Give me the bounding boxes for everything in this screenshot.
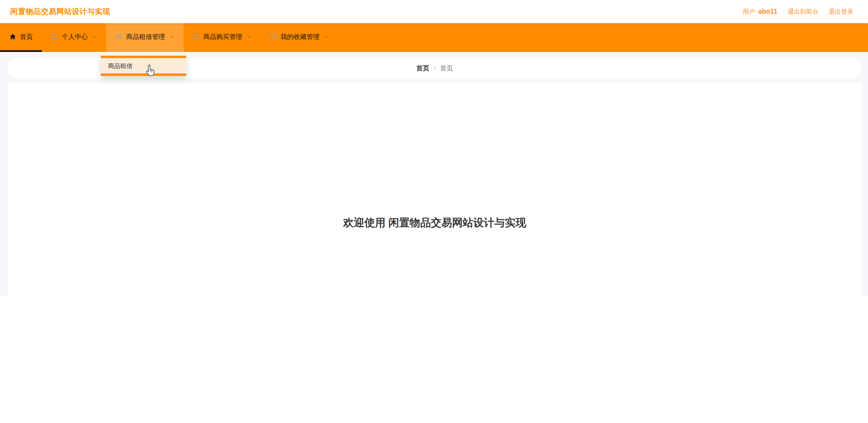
main-content: 欢迎使用 闲置物品交易网站设计与实现 xyxy=(8,83,862,296)
nav-item-home[interactable]: 首页 xyxy=(0,23,42,52)
rental-management-dropdown: 商品租借 xyxy=(101,56,186,76)
breadcrumb-current: 首页 xyxy=(440,64,453,73)
nav-item-label: 商品购买管理 xyxy=(203,32,242,41)
nav-item-label: 个人中心 xyxy=(62,32,88,41)
nav-item-label: 我的收藏管理 xyxy=(281,32,320,41)
nav-item-rental-management[interactable]: 商品租借管理 xyxy=(106,23,184,52)
chevron-down-icon xyxy=(324,34,329,39)
welcome-message: 欢迎使用 闲置物品交易网站设计与实现 xyxy=(8,216,862,230)
breadcrumb-separator: / xyxy=(434,65,435,72)
nav-item-favorites-management[interactable]: 我的收藏管理 xyxy=(261,23,338,52)
chevron-down-icon xyxy=(92,34,97,39)
dropdown-item-rental[interactable]: 商品租借 xyxy=(101,58,186,73)
home-icon xyxy=(9,33,16,40)
page-title: 闲置物品交易网站设计与实现 xyxy=(10,6,110,17)
user-greeting: 用户 abo11 xyxy=(743,8,777,16)
collection-icon xyxy=(270,33,277,40)
nav-item-purchase-management[interactable]: 商品购买管理 xyxy=(184,23,261,52)
nav-item-label: 首页 xyxy=(20,32,33,41)
user-label: 用户 xyxy=(743,8,755,16)
exit-to-front-link[interactable]: 退出到前台 xyxy=(788,8,818,16)
app-container: 闲置物品交易网站设计与实现 用户 abo11 退出到前台 退出登录 首页 个人中… xyxy=(0,0,868,296)
user-icon xyxy=(51,33,58,40)
chevron-up-icon xyxy=(169,34,174,39)
logout-link[interactable]: 退出登录 xyxy=(829,8,853,16)
breadcrumb-home-link[interactable]: 首页 xyxy=(416,64,429,73)
nav-item-personal-center[interactable]: 个人中心 xyxy=(42,23,106,52)
nav-item-label: 商品租借管理 xyxy=(126,32,165,41)
sliders-icon xyxy=(193,33,200,40)
username: abo11 xyxy=(758,8,777,15)
chevron-down-icon xyxy=(246,34,252,39)
header-user-area: 用户 abo11 退出到前台 退出登录 xyxy=(743,8,868,16)
top-header: 闲置物品交易网站设计与实现 用户 abo11 退出到前台 退出登录 xyxy=(0,0,868,23)
main-nav: 首页 个人中心 商品租借管理 商品购买管理 我的收藏管理 xyxy=(0,23,868,52)
list-icon xyxy=(116,33,123,40)
